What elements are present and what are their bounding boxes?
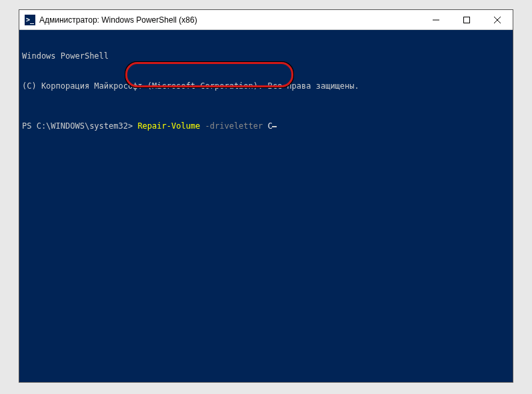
window-controls [421,10,513,29]
command-param: -driveletter [200,121,263,131]
command-verb: Repair-Volume [137,121,200,131]
terminal-header-line: Windows PowerShell [22,51,510,61]
window-title: Администратор: Windows PowerShell (x86) [39,15,421,25]
prompt-text: PS C:\WINDOWS\system32> [22,121,137,131]
close-button[interactable] [482,10,513,29]
minimize-button[interactable] [421,10,451,29]
maximize-icon [463,17,470,23]
powershell-window: >_ Администратор: Windows PowerShell (x8… [19,9,513,383]
close-icon [494,17,501,23]
powershell-icon: >_ [25,15,35,25]
svg-rect-1 [464,17,470,23]
prompt-line: PS C:\WINDOWS\system32> Repair-Volume -d… [22,121,510,131]
command-value: C [263,121,272,131]
maximize-button[interactable] [451,10,482,29]
titlebar[interactable]: >_ Администратор: Windows PowerShell (x8… [19,10,513,30]
terminal-area[interactable]: Windows PowerShell (С) Корпорация Майкро… [19,30,513,382]
cursor [272,126,277,127]
minimize-icon [433,17,439,23]
powershell-icon-glyph: >_ [26,17,34,23]
terminal-copyright-line: (С) Корпорация Майкрософт (Microsoft Cor… [22,81,510,91]
